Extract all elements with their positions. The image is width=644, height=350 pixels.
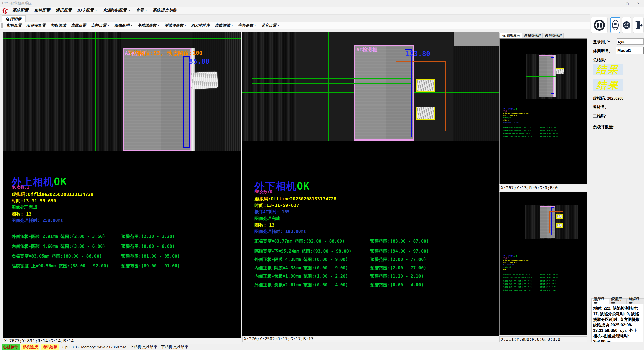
tab-detection-box — [556, 214, 563, 219]
measurement-text: 隔膜宽度-下=95.24mm 范围:(93.00 - 98.00) — [503, 277, 533, 278]
exit-button[interactable] — [633, 17, 644, 33]
tool-char-params[interactable]: 字符参数▼ — [236, 23, 259, 28]
menu-camera-config[interactable]: 相机配置 — [31, 7, 53, 14]
menu-label: 系统语言切换 — [153, 8, 177, 13]
log-content[interactable]: 耗时: 222, 缺陷检测耗时: 17, 缺陷分类耗时: 0, 缺陷提取分区耗时… — [591, 304, 643, 342]
tool-label: 离线调试 — [215, 23, 230, 28]
user-button[interactable] — [610, 17, 620, 33]
overlay-guide-line — [3, 110, 191, 110]
measurement-warning: 预警范围:(2.00 - 77.00) — [540, 283, 557, 285]
thumbnail-upper-camera[interactable]: 外上相机OK NG次数:1 虚拟码:Offline202502081331347… — [499, 38, 587, 184]
measurement-warning: 预警范围:(81.00 - 85.00) — [540, 133, 558, 134]
users-icon — [623, 21, 631, 29]
total-result-label: 总结果: — [593, 58, 606, 63]
ng-count: NG次数:1 — [12, 185, 29, 190]
tab-data-curve[interactable]: 数据曲线图 — [543, 33, 564, 38]
measurement-warning: 预警范围:(0.00 - 8.00) — [540, 130, 557, 131]
pause-button[interactable] — [591, 17, 608, 33]
app-window: CYS-视觉检测系统 — ▢ ✕ 系统配置 相机配置 通讯配置 IO卡配置▼ 光… — [0, 0, 644, 350]
measurement-warning: 预警范围:(83.00 - 87.00) — [370, 238, 429, 244]
chevron-down-icon: ▼ — [107, 24, 109, 27]
tool-camera-debug[interactable]: 相机调试 — [48, 23, 69, 28]
tool-test-item-params[interactable]: 测试项参数▼ — [162, 23, 189, 28]
measurement-text: 外侧负极-隔膜=2.91mm 范围:(2.00 - 3.50) — [12, 234, 105, 239]
overlay-guide-line — [252, 86, 412, 86]
overlay-guide-line — [526, 78, 556, 78]
ng-view-panel: NG截图显示 料线曲线图 数据曲线图 外上相机OK NG次数:1 虚拟码:Off… — [499, 33, 588, 342]
tool-other-settings[interactable]: 其它设置▼ — [259, 23, 282, 28]
measurement-text: 外侧正极-负极=2.61mm 范围:(0.60 - 4.00) — [254, 282, 348, 288]
user-icon — [612, 20, 619, 31]
measurement-text: 负极宽度=83.05mm 范围:(80.00 - 86.00) — [503, 133, 531, 134]
minimize-icon[interactable]: — — [611, 0, 622, 7]
chevron-down-icon: ▼ — [157, 24, 159, 27]
camera-connection-badge: 相机连接 — [21, 344, 39, 350]
menu-view[interactable]: 查看▼ — [133, 7, 150, 14]
measurement-text: 外侧正极-负极=2.61mm 范围:(0.60 - 4.00) — [503, 289, 532, 291]
menu-language-switch[interactable]: 系统语言切换 — [150, 7, 180, 14]
maximize-icon[interactable]: ▢ — [622, 0, 633, 7]
width-value-label: 85.88 — [189, 57, 209, 65]
overlay-guide-line — [328, 32, 329, 141]
tab-error-log[interactable]: 错误日志 — [626, 298, 644, 304]
menu-io-card-config[interactable]: IO卡配置▼ — [75, 7, 100, 14]
chevron-down-icon: ▼ — [145, 9, 147, 12]
tab-material-curve[interactable]: 料线曲线图 — [522, 33, 543, 38]
measurement-warning: 预警范围:(89.00 - 91.00) — [121, 263, 180, 269]
measurement-warning: 预警范围:(0.60 - 4.00) — [370, 282, 424, 288]
tab-detection-box — [556, 223, 563, 228]
tool-camera-config[interactable]: 相机配置 — [4, 23, 24, 28]
close-icon[interactable]: ✕ — [633, 0, 644, 7]
camera-name: 外上相机 — [503, 107, 514, 110]
processing-done: 图像处理完成 — [503, 266, 511, 268]
measurement-text: 内侧负极-隔膜=4.60mm 范围:(3.00 - 6.00) — [503, 130, 532, 131]
processing-done: 图像处理完成 — [503, 117, 511, 119]
camera-panel-left: AI检测框 平均阈值:93, 动态阈值:100 85.88 外上相机OK NG次… — [3, 32, 241, 344]
measurement-text: 隔膜宽度-上=90.56mm 范围:(88.00 - 92.00) — [503, 136, 533, 138]
menu-comm-config[interactable]: 通讯配置 — [53, 7, 75, 14]
tab-run-log[interactable]: 运行日志 — [591, 298, 609, 304]
camera-status: OK — [514, 254, 517, 257]
login-user-input[interactable] — [617, 38, 644, 45]
overlay-guide-line — [526, 76, 556, 77]
tool-baseline-params[interactable]: 基准线参数▼ — [135, 23, 162, 28]
measurement-warning: 预警范围:(0.60 - 4.00) — [540, 289, 557, 291]
tool-image-processing[interactable]: 图像处理▼ — [112, 23, 135, 28]
users-button[interactable] — [622, 17, 631, 33]
virtual-code: 虚拟码:Offline20250208133134728 — [254, 196, 336, 202]
tab-setting-log[interactable]: 设置日志 — [609, 298, 627, 304]
tab-ng-capture[interactable]: NG截图显示 — [499, 33, 522, 38]
ng-panel-tabs: NG截图显示 料线曲线图 数据曲线图 — [499, 33, 564, 38]
measurement-text: 负极宽度=83.05mm 范围:(80.00 - 86.00) — [12, 253, 102, 259]
processing-done: 图像处理完成 — [254, 216, 280, 221]
view-tab-row: 运行图像 — [0, 15, 644, 22]
measurement-warning: 预警范围:(2.00 - 77.00) — [370, 265, 426, 271]
tool-offline-setting[interactable]: 离线设置 — [69, 23, 89, 28]
tool-label: 基准线参数 — [138, 23, 156, 28]
menu-light-control-config[interactable]: 光源控制配置▼ — [100, 7, 133, 14]
tool-label: PLC地址库 — [191, 23, 210, 28]
detection-box-orange — [396, 61, 446, 131]
toolbar-grip-handle[interactable] — [1, 23, 3, 28]
thumbnail-lower-camera[interactable]: 外下相机OK NG次数:0 虚拟码:Offline202502081331347… — [499, 192, 587, 335]
tool-spot-check-setting[interactable]: 点检设置▼ — [89, 23, 112, 28]
camera-status: OK — [54, 176, 67, 187]
menu-system-config[interactable]: 系统配置 — [10, 7, 31, 14]
camera-status: OK — [514, 107, 517, 110]
processing-elapsed: 图像处理耗时: 258.00ms — [503, 122, 519, 123]
tab-run-image[interactable]: 运行图像 — [2, 15, 26, 22]
upper-camera-status: 上相机:点检结束 — [130, 345, 157, 349]
measurement-warning: 预警范围:(94.00 - 97.00) — [370, 248, 429, 254]
measurement-warning: 预警范围:(2.00 - 77.00) — [370, 257, 426, 262]
pixel-coords-right: X:270;Y:2502;R:17;G:17;B:17 — [242, 336, 499, 342]
tool-offline-debug[interactable]: 离线调试▼ — [212, 23, 236, 28]
camera-view-left[interactable]: AI检测框 平均阈值:93, 动态阈值:100 85.88 外上相机OK NG次… — [3, 32, 241, 338]
virtual-code-line: 虚拟码: 20250208 — [593, 96, 623, 101]
threshold-label: 平均阈值:93, 动态阈值:100 — [128, 49, 202, 57]
pixel-coords-left: X:7677;Y:891;R:14;G:14;B:14 — [3, 338, 241, 344]
camera-view-right[interactable]: AI检测框 123.80 外下相机OK NG次数:0 虚拟码:Offline20… — [242, 32, 499, 336]
capture-time: 时间:13-31-59-627 — [254, 202, 299, 208]
tool-ai-use-config[interactable]: AI使用配置 — [24, 23, 48, 28]
model-input[interactable] — [616, 47, 644, 54]
tool-plc-address-lib[interactable]: PLC地址库 — [189, 23, 212, 28]
